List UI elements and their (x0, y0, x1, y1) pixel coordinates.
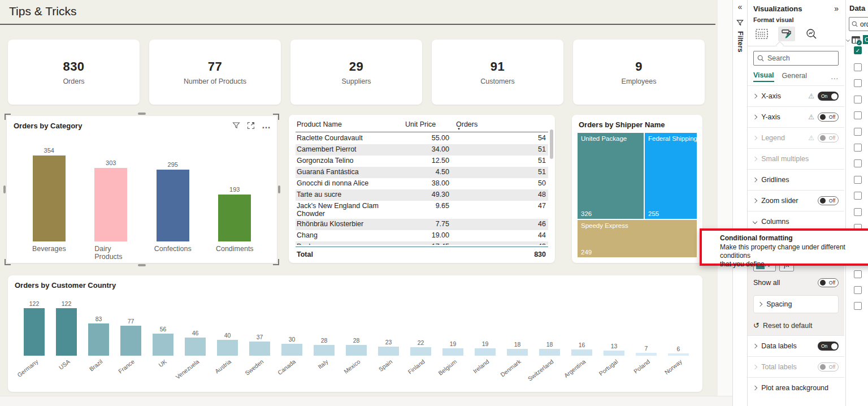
bar-column[interactable]: 23Spain (378, 298, 399, 356)
bar[interactable] (249, 342, 270, 356)
field-checkbox[interactable] (854, 302, 862, 310)
bar[interactable] (571, 349, 592, 356)
orders-by-shipper-visual[interactable]: Orders by Shipper Name United Package326… (572, 115, 702, 263)
bar[interactable] (94, 168, 127, 241)
format-section-plot-area-background[interactable]: Plot area background (748, 377, 844, 398)
bar[interactable] (33, 156, 66, 241)
selection-handle[interactable] (138, 264, 146, 266)
bar[interactable] (217, 340, 238, 356)
bar-column[interactable]: 303Dairy Products (94, 142, 127, 254)
bar[interactable] (24, 308, 45, 356)
bar[interactable] (410, 347, 431, 356)
field-checkbox[interactable] (854, 192, 862, 200)
bar-column[interactable]: 122Germany (24, 298, 45, 356)
bar-column[interactable]: 77France (120, 298, 141, 356)
kpi-card[interactable]: 77Number of Products (149, 40, 281, 105)
format-visual-icon[interactable] (778, 27, 795, 41)
bar-column[interactable]: 13Portugal (604, 298, 624, 356)
format-section-total-labels[interactable]: Total labelsOff (748, 356, 844, 377)
selection-handle[interactable] (3, 185, 6, 193)
field-checkbox[interactable] (854, 286, 862, 294)
expand-filters-icon[interactable]: « (738, 2, 743, 11)
column-header-orders[interactable]: Orders▼ (454, 119, 548, 129)
bar-column[interactable]: 19Belgium (442, 298, 463, 356)
bar[interactable] (157, 170, 189, 241)
selection-handle[interactable] (5, 259, 11, 265)
bar[interactable] (442, 348, 463, 356)
bar[interactable] (636, 353, 657, 356)
selection-handle[interactable] (278, 185, 280, 193)
field-checkbox[interactable] (854, 208, 862, 216)
treemap-node[interactable]: Federal Shipping255 (645, 133, 697, 219)
treemap-node[interactable]: United Package326 (578, 133, 644, 219)
bar[interactable] (88, 323, 109, 356)
toggle-on[interactable]: On (818, 92, 839, 101)
field-checkbox[interactable] (854, 176, 862, 184)
kpi-card[interactable]: 9Employees (573, 40, 705, 105)
data-search-box[interactable]: ord (849, 17, 868, 31)
column-header-unit-price[interactable]: Unit Price (402, 119, 454, 129)
bar-column[interactable]: 46Venezuela (185, 298, 206, 356)
product-table-visual[interactable]: Product NameUnit PriceOrders▼Raclette Co… (289, 115, 555, 263)
selection-handle[interactable] (5, 114, 11, 120)
bar-column[interactable]: 295Confections (157, 142, 189, 254)
bar[interactable] (153, 334, 173, 356)
treemap-node[interactable]: Speedy Express249 (578, 220, 697, 257)
bar-column[interactable]: 22Finland (410, 298, 431, 356)
bar-column[interactable]: 19Ireland (475, 298, 496, 356)
field-checkbox-checked[interactable]: ✓ (854, 46, 862, 54)
more-options-icon[interactable]: … (262, 120, 271, 131)
bar-column[interactable]: 18Denmark (507, 298, 528, 356)
table-row[interactable]: Guaraná Fantástica4.5051 (296, 167, 548, 178)
show-all-toggle[interactable]: Off (818, 278, 839, 287)
selection-handle[interactable] (138, 113, 146, 115)
bar[interactable] (120, 326, 141, 356)
field-checkbox[interactable] (854, 79, 862, 87)
column-header-product-name[interactable]: Product Name (296, 119, 402, 129)
table-row[interactable]: Jack's New England Clam Chowder9.6547 (296, 201, 548, 219)
table-row[interactable]: Pavlova17.4543 (296, 241, 548, 245)
bar[interactable] (539, 349, 560, 356)
filters-pane-collapsed[interactable]: « Filters (732, 0, 747, 406)
bar-column[interactable]: 193Condiments (218, 142, 251, 254)
field-checkbox[interactable] (854, 128, 862, 136)
selection-handle[interactable] (273, 114, 279, 120)
bar[interactable] (604, 351, 624, 356)
focus-mode-icon[interactable] (247, 122, 255, 129)
toggle-off[interactable]: Off (818, 113, 839, 122)
field-checkbox[interactable] (854, 144, 862, 152)
bar-column[interactable]: 6Norway (668, 298, 689, 356)
bar[interactable] (281, 344, 302, 356)
format-section-legend[interactable]: Legend⚠Off (748, 127, 844, 148)
build-visual-icon[interactable] (753, 27, 770, 41)
field-checkbox[interactable] (854, 111, 862, 119)
bar[interactable] (507, 349, 528, 356)
bar-column[interactable]: 30Canada (281, 298, 302, 356)
bar[interactable] (218, 195, 251, 241)
bar-column[interactable]: 18Switzerland (539, 298, 560, 356)
toggle-off[interactable]: Off (818, 196, 839, 205)
format-section-data-labels[interactable]: Data labelsOn (748, 335, 844, 356)
bar-column[interactable]: 83Brazil (88, 298, 109, 356)
format-section-small-multiples[interactable]: Small multiples (748, 148, 844, 169)
bar-column[interactable]: 56UK (153, 298, 173, 356)
field-checkbox[interactable] (854, 270, 862, 278)
field-checkbox[interactable] (854, 159, 862, 167)
format-section-x-axis[interactable]: X-axis⚠On (748, 85, 844, 106)
tab-visual[interactable]: Visual (753, 71, 774, 82)
collapse-pane-icon[interactable]: » (834, 4, 839, 13)
orders-by-category-visual[interactable]: Orders by Category … 354Beverages303Dair… (7, 116, 277, 263)
table-row[interactable]: Tarte au sucre49.3048 (296, 189, 548, 201)
field-checkbox[interactable] (854, 63, 862, 71)
field-checkbox[interactable] (854, 96, 862, 103)
bar[interactable] (378, 347, 399, 356)
kpi-card[interactable]: 830Orders (8, 40, 140, 105)
kpi-card[interactable]: 91Customers (432, 40, 563, 105)
bar-column[interactable]: 354Beverages (33, 142, 66, 254)
data-table-node[interactable]: ✓ Or (847, 35, 868, 44)
bar[interactable] (185, 338, 206, 356)
bar[interactable] (56, 308, 77, 356)
bar-column[interactable]: 37Sweden (249, 298, 270, 356)
toggle-off[interactable]: Off (818, 133, 839, 142)
toggle-on[interactable]: On (818, 342, 839, 351)
